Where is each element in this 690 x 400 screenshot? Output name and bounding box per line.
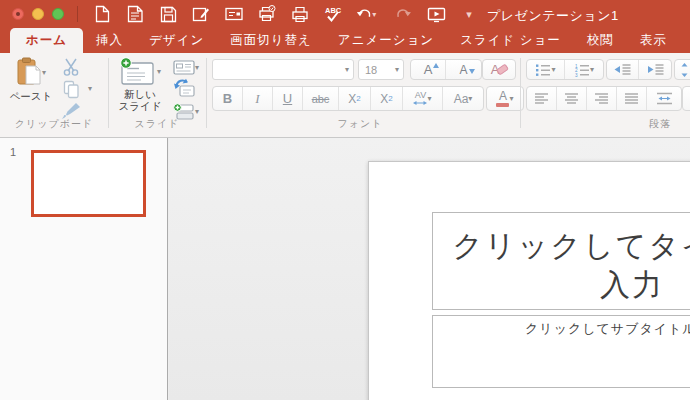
superscript-button[interactable]: X2	[339, 87, 371, 110]
slide-editor[interactable]: クリックしてタイトルを 入力 クリックしてサブタイトルを入力	[368, 161, 690, 400]
increase-indent-button[interactable]	[639, 60, 671, 79]
title-placeholder[interactable]: クリックしてタイトルを 入力	[432, 212, 690, 310]
indent-buttons	[606, 59, 672, 80]
redo-icon	[393, 4, 413, 24]
content-area: 1 クリックしてタイトルを 入力 クリックしてサブタイトルを入力	[0, 138, 690, 400]
titlebar: ABC ▾ ▾ プレゼンテーション1	[0, 0, 690, 28]
clipboard-group-label: クリップボード	[4, 117, 104, 131]
font-color-button[interactable]: A ▾	[487, 87, 523, 110]
copy-button[interactable]	[58, 79, 84, 99]
new-slide-button[interactable]: ▾ 新しい スライド	[112, 57, 168, 112]
font-name-combo[interactable]: ▾	[212, 59, 354, 80]
font-size-value: 18	[359, 64, 395, 76]
save-icon[interactable]	[158, 4, 178, 24]
tab-home[interactable]: ホーム	[10, 28, 83, 53]
line-spacing-button[interactable]	[675, 60, 690, 79]
subscript-n: 2	[388, 94, 392, 103]
minimize-button[interactable]	[32, 8, 44, 20]
reset-slide-button[interactable]	[170, 78, 198, 98]
tab-animations[interactable]: アニメーション	[325, 28, 447, 53]
shrink-font-button[interactable]: A	[446, 60, 481, 79]
justify-button[interactable]	[617, 87, 647, 110]
slide-thumbnail[interactable]	[31, 150, 146, 217]
paragraph-group-label: 段落	[620, 117, 690, 131]
zoom-button[interactable]	[52, 8, 64, 20]
numbering-caret-icon: ▾	[590, 65, 594, 74]
paste-button[interactable]: ▾ ペースト	[6, 57, 56, 102]
powerpoint-window: ABC ▾ ▾ プレゼンテーション1 ホーム 挿入 デザイン 画面切り替え アニ…	[0, 0, 690, 400]
slide-number: 1	[10, 146, 16, 158]
ribbon-tabbar: ホーム 挿入 デザイン 画面切り替え アニメーション スライド ショー 校閲 表…	[0, 28, 690, 53]
tab-insert[interactable]: 挿入	[83, 28, 136, 53]
paste-caret-icon: ▾	[42, 68, 46, 77]
line-spacing-wrap	[674, 59, 690, 80]
cut-button[interactable]	[58, 57, 84, 77]
print-icon[interactable]	[290, 4, 310, 24]
distribute-button[interactable]	[647, 87, 681, 110]
numbering-button[interactable]: 123 ▾	[565, 60, 603, 79]
text-direction-wrap	[682, 86, 690, 111]
list-buttons: ▾ 123 ▾	[526, 59, 604, 80]
options-caret: ▾	[466, 8, 472, 21]
spelling-icon[interactable]: ABC	[323, 4, 343, 24]
new-document-icon[interactable]	[92, 4, 112, 24]
tab-transitions[interactable]: 画面切り替え	[217, 28, 325, 53]
edit-document-icon[interactable]	[191, 4, 211, 24]
grow-font-button[interactable]: A	[411, 60, 446, 79]
spacing-letters: AV	[415, 91, 426, 100]
svg-text:3: 3	[575, 72, 578, 76]
subtitle-placeholder[interactable]: クリックしてサブタイトルを入力	[432, 315, 690, 388]
title-text-line2: 入力	[433, 265, 690, 304]
font-toggle-group: B I U abc X2 X2 AV ▾ Aa ▾	[212, 86, 484, 111]
window-title: プレゼンテーション1	[487, 7, 619, 25]
new-slide-label-1: 新しい	[124, 88, 156, 100]
print-preview-icon[interactable]	[257, 4, 277, 24]
tab-view[interactable]: 表示	[627, 28, 680, 53]
slides-group-label: スライド	[112, 117, 202, 131]
tab-slideshow[interactable]: スライド ショー	[447, 28, 574, 53]
slide-thumbnail-panel: 1	[0, 138, 168, 400]
editing-canvas: クリックしてタイトルを 入力 クリックしてサブタイトルを入力	[169, 138, 690, 400]
align-center-button[interactable]	[557, 87, 587, 110]
character-spacing-button[interactable]: AV ▾	[403, 87, 443, 110]
bullets-caret-icon: ▾	[551, 65, 555, 74]
close-button[interactable]	[12, 8, 24, 20]
text-direction-button[interactable]	[683, 87, 690, 110]
section-caret-icon: ▾	[195, 107, 199, 116]
abc-text: ABC	[325, 6, 342, 15]
align-right-button[interactable]	[587, 87, 617, 110]
font-color-letter: A	[499, 91, 507, 102]
paste-clipboard-icon	[16, 57, 42, 88]
undo-caret-icon[interactable]: ▾	[372, 10, 380, 19]
font-size-combo[interactable]: 18 ▾	[358, 59, 404, 80]
copy-caret-icon[interactable]: ▾	[88, 84, 92, 93]
underline-button[interactable]: U	[273, 87, 303, 110]
new-from-template-icon[interactable]	[125, 4, 145, 24]
tab-design[interactable]: デザイン	[136, 28, 217, 53]
undo-icon[interactable]: ▾	[356, 4, 380, 24]
superscript-n: 2	[356, 94, 360, 103]
italic-button[interactable]: I	[243, 87, 273, 110]
subscript-button[interactable]: X2	[371, 87, 403, 110]
paste-label: ペースト	[10, 90, 53, 102]
titlebar-divider	[77, 6, 78, 22]
change-case-button[interactable]: Aa ▾	[443, 87, 483, 110]
font-name-caret-icon: ▾	[345, 65, 353, 74]
share-email-icon[interactable]	[224, 4, 244, 24]
tab-review[interactable]: 校閲	[574, 28, 627, 53]
align-left-button[interactable]	[527, 87, 557, 110]
play-slideshow-icon[interactable]	[426, 4, 446, 24]
subscript-x: X	[380, 92, 388, 106]
bold-button[interactable]: B	[213, 87, 243, 110]
slide-layout-button[interactable]: ▾	[170, 58, 202, 76]
decrease-indent-button[interactable]	[607, 60, 639, 79]
strikethrough-button[interactable]: abc	[303, 87, 339, 110]
bullets-button[interactable]: ▾	[527, 60, 565, 79]
new-slide-caret-icon: ▾	[157, 67, 161, 76]
subtitle-text: クリックしてサブタイトルを入力	[433, 320, 690, 338]
toolbar-options-icon[interactable]: ▾	[459, 4, 479, 24]
grow-font-letter: A	[424, 62, 433, 77]
clear-format-wrap: A	[482, 59, 516, 80]
clear-formatting-button[interactable]: A	[483, 60, 515, 79]
font-size-caret-icon: ▾	[395, 65, 403, 74]
